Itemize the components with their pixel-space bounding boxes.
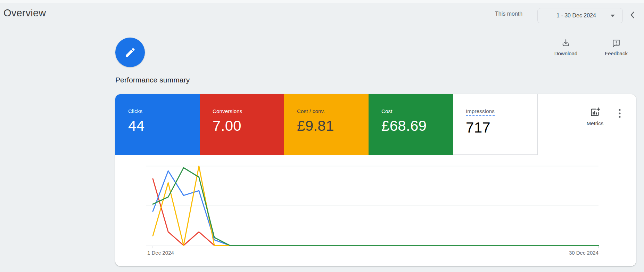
collapse-panel-button[interactable] — [627, 10, 638, 21]
scorecard-value: 717 — [466, 119, 537, 136]
scorecard-value: 44 — [128, 118, 200, 134]
metrics-button[interactable]: Metrics — [580, 107, 610, 126]
feedback-button[interactable]: Feedback — [601, 38, 632, 56]
top-divider — [0, 0, 644, 3]
scorecard-value: 7.00 — [213, 118, 284, 134]
scorecard-label: Clicks — [128, 108, 200, 114]
scorecard-conversions[interactable]: Conversions 7.00 — [200, 94, 284, 155]
google-ads-overview-page: Overview This month 1 - 30 Dec 2024 Down… — [0, 0, 644, 272]
scorecard-label: Conversions — [213, 108, 284, 114]
scorecard-value: £68.69 — [381, 118, 453, 134]
period-label: This month — [495, 11, 522, 17]
pencil-icon — [124, 47, 136, 58]
metric-scoreboard: Clicks 44 Conversions 7.00 Cost / conv. … — [115, 94, 538, 155]
scorecard-impressions[interactable]: Impressions 717 — [453, 94, 538, 155]
more-options-button[interactable] — [614, 107, 625, 121]
scorecard-value: £9.81 — [297, 118, 369, 134]
date-range-value: 1 - 30 Dec 2024 — [545, 13, 607, 19]
x-axis-end-label: 30 Dec 2024 — [529, 250, 598, 256]
x-axis-start-label: 1 Dec 2024 — [147, 250, 174, 256]
scorecard-label: Impressions — [466, 108, 537, 116]
date-range-selector[interactable]: 1 - 30 Dec 2024 — [537, 8, 623, 23]
scorecard-label: Cost / conv. — [297, 108, 369, 114]
metrics-chart-plus-icon — [589, 107, 601, 118]
page-title: Overview — [3, 7, 46, 19]
scorecard-cost-per-conv[interactable]: Cost / conv. £9.81 — [284, 94, 369, 155]
chevron-left-icon — [628, 10, 637, 20]
edit-button[interactable] — [115, 38, 145, 67]
feedback-label: Feedback — [605, 50, 628, 56]
card-title: Performance summary — [115, 76, 190, 84]
chevron-down-icon — [611, 15, 615, 17]
scorecard-label: Cost — [381, 108, 453, 114]
performance-summary-card: Clicks 44 Conversions 7.00 Cost / conv. … — [115, 94, 636, 266]
download-button[interactable]: Download — [550, 38, 581, 56]
scorecard-cost[interactable]: Cost £68.69 — [369, 94, 453, 155]
kebab-menu-icon — [615, 108, 624, 120]
feedback-icon — [611, 38, 621, 48]
scorecard-clicks[interactable]: Clicks 44 — [115, 94, 200, 155]
download-icon — [561, 38, 571, 48]
metrics-label: Metrics — [587, 120, 603, 126]
download-label: Download — [554, 50, 578, 56]
